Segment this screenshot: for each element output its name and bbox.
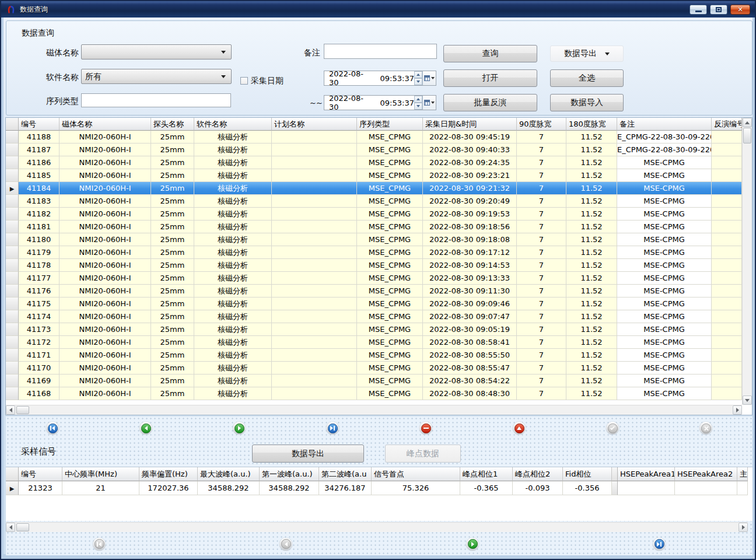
nav-delete-button[interactable] (419, 422, 432, 435)
cell: MSE-CPMG (617, 336, 712, 349)
calendar-dropdown-button[interactable] (422, 71, 436, 85)
calendar-dropdown-button[interactable] (422, 96, 436, 110)
maximize-button[interactable] (710, 5, 727, 15)
nav-prev-button[interactable] (139, 422, 152, 435)
scroll-up-button[interactable] (743, 118, 752, 127)
table-row[interactable]: 41182NMI20-060H-I25mm核磁分析MSE_CPMG2022-08… (6, 208, 742, 220)
nav-last-button[interactable] (653, 538, 666, 551)
table-row[interactable]: 41175NMI20-060H-I25mm核磁分析MSE_CPMG2022-08… (6, 298, 742, 310)
table-row[interactable]: 41187NMI20-060H-I25mm核磁分析MSE_CPMG2022-08… (6, 144, 742, 156)
table-row[interactable]: 41188NMI20-060H-I25mm核磁分析MSE_CPMG2022-08… (6, 131, 742, 144)
cell: 25mm (151, 208, 194, 220)
cell (272, 349, 357, 362)
data-export-label: 数据导出 (564, 48, 597, 59)
cell: NMI20-060H-I (60, 374, 151, 387)
table-row[interactable]: 41176NMI20-060H-I25mm核磁分析MSE_CPMG2022-08… (6, 285, 742, 298)
minimize-button[interactable] (690, 5, 707, 15)
spin-up-button[interactable] (414, 71, 422, 78)
table-row[interactable]: 41170NMI20-060H-I25mm核磁分析MSE_CPMG2022-08… (6, 362, 742, 374)
row-selector-header (6, 118, 19, 131)
table-row[interactable]: 41186NMI20-060H-I25mm核磁分析MSE_CPMG2022-08… (6, 156, 742, 169)
last-icon (330, 426, 335, 430)
vertical-scrollbar[interactable] (742, 118, 752, 405)
date-from-picker[interactable]: 2022-08-30 09:53:37 (324, 71, 436, 86)
cell: 172027.36 (139, 481, 198, 495)
cell: 11.52 (566, 336, 617, 349)
open-button[interactable]: 打开 (443, 69, 537, 87)
sequence-type-input[interactable] (81, 93, 231, 107)
table-row[interactable]: 41181NMI20-060H-I25mm核磁分析MSE_CPMG2022-08… (6, 220, 742, 233)
cell (272, 220, 357, 233)
magnet-name-combobox[interactable] (81, 44, 232, 60)
cell: 11.52 (566, 272, 617, 285)
nav-first-button (93, 538, 106, 551)
header-cell: 备注 (617, 118, 712, 131)
spin-up-button[interactable] (414, 96, 422, 103)
table-row[interactable]: 41169NMI20-060H-I25mm核磁分析MSE_CPMG2022-08… (6, 374, 742, 387)
nav-edit-button[interactable] (513, 422, 526, 435)
nav-next-button[interactable] (466, 538, 479, 551)
cell (712, 387, 742, 400)
cell: 41188 (19, 131, 60, 144)
cell: 7 (517, 336, 566, 349)
cell: 7 (517, 387, 566, 400)
date-to-picker[interactable]: 2022-08-30 09:53:37 (324, 95, 436, 110)
query-button[interactable]: 查询 (443, 45, 537, 62)
data-export-dropdown-button[interactable]: 数据导出 (550, 46, 624, 62)
table-row[interactable]: 41177NMI20-060H-I25mm核磁分析MSE_CPMG2022-08… (6, 272, 742, 285)
cell: 11.52 (566, 362, 617, 374)
spin-down-button[interactable] (414, 78, 422, 85)
batch-inversion-button[interactable]: 批量反演 (443, 94, 537, 111)
table-row[interactable]: 41171NMI20-060H-I25mm核磁分析MSE_CPMG2022-08… (6, 349, 742, 362)
table-row[interactable]: ▶2132321172027.3634588.29234588.29234276… (6, 481, 752, 495)
collect-date-checkbox[interactable] (240, 77, 248, 85)
cell (712, 310, 742, 323)
spin-down-button[interactable] (414, 103, 422, 110)
table-row[interactable]: 41173NMI20-060H-I25mm核磁分析MSE_CPMG2022-08… (6, 323, 742, 336)
scroll-right-button[interactable] (733, 405, 742, 415)
scrollbar-thumb[interactable] (16, 406, 29, 414)
signal-data-export-button[interactable]: 数据导出 (252, 444, 364, 463)
cell: 41175 (19, 298, 60, 310)
cell: 7 (517, 259, 566, 272)
nav-last-button[interactable] (326, 422, 339, 435)
table-row[interactable]: 41179NMI20-060H-I25mm核磁分析MSE_CPMG2022-08… (6, 246, 742, 259)
spin-up-icon (416, 98, 420, 100)
cell (712, 182, 742, 195)
horizontal-scrollbar[interactable] (6, 405, 742, 415)
scroll-down-button[interactable] (743, 396, 752, 405)
scrollbar-thumb[interactable] (743, 128, 751, 144)
remark-input[interactable] (324, 44, 437, 59)
scroll-right-button[interactable] (738, 523, 748, 532)
close-button[interactable]: ✕ (730, 5, 750, 15)
select-all-button[interactable]: 全选 (550, 69, 624, 87)
table-row[interactable]: 41183NMI20-060H-I25mm核磁分析MSE_CPMG2022-08… (6, 195, 742, 208)
cell: MSE-CPMG (617, 349, 712, 362)
table-row[interactable]: 41185NMI20-060H-I25mm核磁分析MSE_CPMG2022-08… (6, 169, 742, 182)
cell: 7 (517, 144, 566, 156)
table-row[interactable]: 41168NMI20-060H-I25mm核磁分析MSE_CPMG2022-08… (6, 387, 742, 400)
header-cell: 峰点相位2 (513, 467, 563, 481)
nav-first-button[interactable] (46, 422, 59, 435)
header-cell: 第一波峰(a.u.) (260, 467, 319, 481)
cell (272, 233, 357, 246)
scroll-left-button[interactable] (6, 523, 15, 532)
data-import-button[interactable]: 数据导入 (550, 94, 624, 111)
cell: MSE-CPMG (617, 182, 712, 195)
table-row[interactable]: ▶41184NMI20-060H-I25mm核磁分析MSE_CPMG2022-0… (6, 182, 742, 195)
scrollbar-thumb[interactable] (16, 523, 29, 531)
horizontal-scrollbar-bottom[interactable] (6, 522, 748, 532)
cell: NMI20-060H-I (60, 195, 151, 208)
table-row[interactable]: 41172NMI20-060H-I25mm核磁分析MSE_CPMG2022-08… (6, 336, 742, 349)
table-row[interactable]: 41178NMI20-060H-I25mm核磁分析MSE_CPMG2022-08… (6, 259, 742, 272)
cell: 25mm (151, 131, 194, 144)
table-row[interactable]: 41174NMI20-060H-I25mm核磁分析MSE_CPMG2022-08… (6, 310, 742, 323)
scroll-left-button[interactable] (6, 405, 15, 415)
scroll-left-icon (9, 408, 12, 412)
cell: 2022-08-30 09:40:33 (423, 144, 517, 156)
title-bar[interactable]: 数据查询 ✕ (1, 1, 755, 18)
cell: 34588.292 (198, 481, 260, 495)
table-row[interactable]: 41180NMI20-060H-I25mm核磁分析MSE_CPMG2022-08… (6, 233, 742, 246)
nav-next-button[interactable] (233, 422, 246, 435)
software-name-combobox[interactable]: 所有 (81, 69, 232, 84)
